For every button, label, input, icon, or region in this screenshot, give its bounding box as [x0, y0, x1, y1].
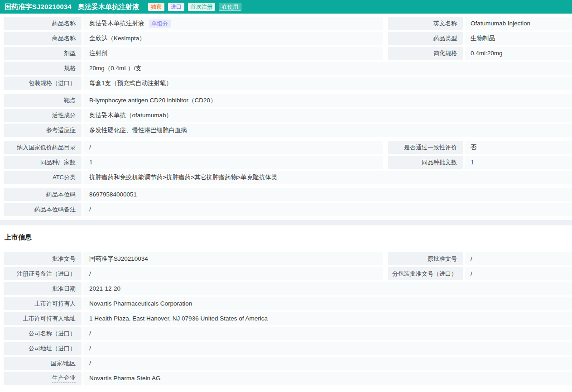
- field-label: 注册证号备注（进口）: [4, 267, 82, 280]
- field-label: 原批准文号: [388, 252, 463, 265]
- field-label: 药品名称: [4, 17, 82, 30]
- field-value-text: 全欣达（Kesimpta）: [89, 34, 145, 43]
- field-value-text: Ofatumumab Injection: [471, 20, 530, 27]
- field-value: 0.4ml:20mg: [465, 47, 572, 60]
- field-label: 药品类型: [388, 32, 463, 45]
- field-label-text: 商品名称: [52, 34, 76, 43]
- field-value: /: [465, 252, 572, 265]
- field-label-text: 参考适应症: [46, 126, 76, 134]
- field-label: 靶点: [4, 94, 82, 107]
- info-row: 国家/地区/: [4, 357, 572, 370]
- info-row: 靶点B-lymphocyte antigen CD20 inhibitor（CD…: [4, 94, 572, 107]
- field-label-text: 同品种批文数: [422, 158, 457, 167]
- field-value: /: [83, 357, 572, 370]
- field-value-text: /: [89, 330, 91, 337]
- field-value: 注射剂: [83, 47, 383, 60]
- field-value-text: 奥法妥木单抗注射液: [89, 19, 144, 28]
- section-divider: [0, 220, 572, 225]
- field-label: 包装规格（进口）: [4, 76, 82, 90]
- row-left-pair: 药品名称奥法妥木单抗注射液单组分: [4, 17, 383, 30]
- field-label-text: 是否通过一致性评价: [404, 143, 457, 152]
- field-label-text: 剂型: [64, 49, 76, 57]
- field-label-text: 注册证号备注（进口）: [17, 270, 76, 278]
- field-value: Novartis Pharmaceuticals Corporation: [83, 297, 572, 310]
- field-label-text: 活性成分: [52, 111, 76, 120]
- row-left-pair: 同品种厂家数1: [4, 156, 383, 169]
- row-right-pair: 同品种批文数1: [388, 156, 572, 169]
- row-left-pair: 商品名称全欣达（Kesimpta）: [4, 32, 383, 45]
- field-value-text: 1: [471, 159, 474, 166]
- field-value-text: 1: [89, 159, 93, 166]
- field-label: 参考适应症: [4, 124, 82, 137]
- field-group: 纳入国家低价药品目录/是否通过一致性评价否同品种厂家数1同品种批文数1ATC分类…: [4, 141, 572, 184]
- field-value: /: [83, 327, 572, 340]
- field-value: 86979584000051: [83, 188, 572, 201]
- field-value-text: 抗肿瘤药和免疫机能调节药>抗肿瘤药>其它抗肿瘤药物>单克隆抗体类: [89, 173, 277, 182]
- field-label: 英文名称: [388, 17, 463, 30]
- field-value-text: B-lymphocyte antigen CD20 inhibitor（CD20…: [89, 96, 216, 105]
- field-value: Ofatumumab Injection: [465, 17, 572, 30]
- field-label-text: 分包装批准文号（进口）: [392, 270, 457, 278]
- drug-detail-content: 药品名称奥法妥木单抗注射液单组分英文名称Ofatumumab Injection…: [0, 14, 572, 385]
- field-value: 1: [465, 156, 572, 169]
- field-label: 药品本位码备注: [4, 203, 82, 216]
- field-value: 1 Health Plaza, East Hanover, NJ 07936 U…: [83, 312, 572, 325]
- field-value: B-lymphocyte antigen CD20 inhibitor（CD20…: [83, 94, 572, 107]
- field-label-text: 原批准文号: [428, 255, 457, 263]
- row-left-pair: 注册证号备注（进口）/: [4, 267, 383, 280]
- field-value: 全欣达（Kesimpta）: [83, 32, 383, 45]
- field-label-text: 药品名称: [52, 19, 76, 28]
- field-value: /: [83, 141, 383, 154]
- field-label: 批准日期: [4, 282, 82, 295]
- info-row: 药品本位码备注/: [4, 203, 572, 216]
- badge-exclusive: 独家: [148, 3, 164, 11]
- field-value: /: [83, 267, 383, 280]
- field-label-text: 纳入国家低价药品目录: [17, 143, 76, 152]
- info-row: 上市许可持有人Novartis Pharmaceuticals Corporat…: [4, 297, 572, 310]
- field-group: 药品本位码86979584000051药品本位码备注/: [4, 188, 572, 216]
- field-value-text: 多发性硬化症、慢性淋巴细胞白血病: [89, 126, 187, 134]
- field-label: 药品本位码: [4, 188, 82, 201]
- field-label: 剂型: [4, 47, 82, 60]
- field-label-text: 国家/地区: [50, 359, 76, 368]
- field-value: Novartis Pharma Stein AG: [83, 372, 572, 385]
- row-right-pair: 简化规格0.4ml:20mg: [388, 47, 572, 60]
- field-label: 上市许可持有人地址: [4, 312, 82, 325]
- field-value: 奥法妥木单抗注射液单组分: [83, 17, 383, 30]
- drug-title: 奥法妥木单抗注射液: [78, 3, 139, 11]
- section-heading: 上市信息: [5, 233, 572, 242]
- field-label-text: 靶点: [64, 96, 76, 105]
- field-group: 靶点B-lymphocyte antigen CD20 inhibitor（CD…: [4, 94, 572, 137]
- field-label: 是否通过一致性评价: [388, 141, 463, 154]
- field-value-text: 否: [471, 143, 477, 152]
- field-value-text: /: [89, 360, 91, 367]
- field-value-text: /: [89, 345, 91, 352]
- info-row: 公司地址（进口）/: [4, 342, 572, 355]
- row-right-pair: 原批准文号/: [388, 252, 572, 265]
- field-label[interactable]: 生产企业: [4, 372, 82, 385]
- field-value: 奥法妥木单抗（ofatumumab）: [83, 109, 572, 122]
- field-label: 简化规格: [388, 47, 463, 60]
- info-row: 药品名称奥法妥木单抗注射液单组分英文名称Ofatumumab Injection: [4, 17, 572, 30]
- badge-in-use: 在使用: [219, 3, 241, 11]
- field-label-text: 公司名称（进口）: [29, 330, 76, 338]
- field-value-text: /: [471, 270, 472, 277]
- field-value-text: /: [89, 206, 91, 213]
- field-value: 否: [465, 141, 572, 154]
- field-value-text: /: [89, 144, 91, 151]
- field-value: 每盒1支（预充式自动注射笔）: [83, 76, 572, 90]
- field-value: 生物制品: [465, 32, 572, 45]
- field-value: 抗肿瘤药和免疫机能调节药>抗肿瘤药>其它抗肿瘤药物>单克隆抗体类: [83, 171, 572, 184]
- info-row: 生产企业Novartis Pharma Stein AG: [4, 372, 572, 385]
- info-row: ATC分类抗肿瘤药和免疫机能调节药>抗肿瘤药>其它抗肿瘤药物>单克隆抗体类: [4, 171, 572, 184]
- field-label-text: 包装规格（进口）: [29, 79, 76, 87]
- field-label-text: 公司地址（进口）: [29, 344, 76, 353]
- field-label: 批准文号: [4, 252, 82, 265]
- field-label-text: 生产企业: [52, 374, 76, 383]
- field-label: 公司名称（进口）: [4, 327, 82, 340]
- info-row: 活性成分奥法妥木单抗（ofatumumab）: [4, 109, 572, 122]
- field-label: 规格: [4, 62, 82, 75]
- row-right-pair: 英文名称Ofatumumab Injection: [388, 17, 572, 30]
- info-row: 剂型注射剂简化规格0.4ml:20mg: [4, 47, 572, 60]
- drug-status-badges: 独家进口首次注册在使用: [144, 3, 241, 11]
